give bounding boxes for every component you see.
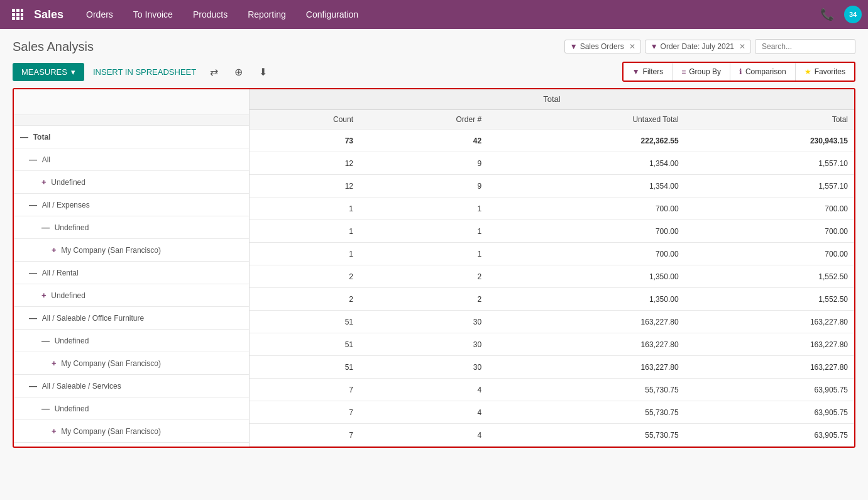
search-input[interactable] [755, 39, 855, 54]
cell-untaxed: 1,354.00 [488, 152, 684, 175]
cell-total: 1,552.50 [685, 265, 854, 288]
cell-untaxed: 700.00 [488, 197, 684, 220]
cell-total: 1,557.10 [685, 152, 854, 175]
col-total: Total [685, 109, 854, 130]
cell-untaxed: 1,350.00 [488, 288, 684, 311]
col-count: Count [250, 109, 360, 130]
row-label: — All / Saleable / Services [14, 374, 249, 397]
table-row: 7455,730.7563,905.75 [250, 379, 854, 401]
table-row: — All / Saleable / Office Furniture [14, 306, 249, 329]
cell-order: 4 [360, 424, 488, 447]
insert-spreadsheet-button[interactable]: INSERT IN SPREADSHEET [91, 63, 199, 81]
groupby-label: Group By [689, 67, 721, 76]
cell-order: 1 [360, 220, 488, 243]
toolbar-right: ▼ Filters ≡ Group By ℹ Comparison ★ Favo… [622, 62, 855, 82]
navbar-right: 📞 34 [815, 5, 862, 24]
row-label: — Undefined [14, 329, 249, 352]
row-label-text: All / Saleable / Office Furniture [42, 314, 145, 323]
expand-plus-icon[interactable]: + [41, 291, 48, 300]
cell-order: 1 [360, 243, 488, 265]
collapse-minus-icon[interactable]: — [29, 200, 40, 209]
groupby-icon: ≡ [681, 67, 686, 76]
comparison-button[interactable]: ℹ Comparison [730, 63, 796, 81]
row-label: — All / Expenses [14, 193, 249, 216]
row-label-text: Total [33, 133, 51, 142]
page-title: Sales Analysis [13, 40, 94, 54]
expand-plus-icon[interactable]: + [52, 426, 58, 436]
collapse-minus-icon[interactable]: — [29, 155, 40, 164]
grid-menu-icon[interactable] [6, 3, 29, 26]
cell-untaxed: 55,730.75 [488, 401, 684, 424]
cell-count: 1 [250, 243, 360, 265]
cell-total: 700.00 [685, 243, 854, 265]
star-icon: ★ [805, 67, 811, 76]
filter-tag-order-date: ▼ Order Date: July 2021 ✕ [645, 40, 751, 53]
row-label-text: Undefined [55, 223, 89, 232]
cell-count: 51 [250, 311, 360, 333]
table-row: — All / Saleable / Services [14, 374, 249, 397]
cell-order: 30 [360, 356, 488, 379]
table-row: — All / Rental [14, 261, 249, 284]
pivot-main-area: — Total— All+ Undefined— All / Expenses—… [13, 88, 855, 448]
collapse-minus-icon[interactable]: — [20, 132, 31, 142]
collapse-minus-icon[interactable]: — [41, 223, 52, 232]
svg-rect-5 [21, 13, 23, 16]
user-avatar[interactable]: 34 [844, 6, 862, 23]
measures-button[interactable]: MEASURES ▾ [13, 63, 84, 81]
cell-order: 42 [360, 130, 488, 152]
expand-plus-icon[interactable]: + [41, 177, 48, 187]
table-row: + My Company (San Francisco) [14, 352, 249, 374]
nav-to-invoice[interactable]: To Invoice [123, 0, 183, 29]
cell-total: 163,227.80 [685, 356, 854, 379]
filters-label: Filters [643, 67, 664, 76]
cell-count: 7 [250, 379, 360, 401]
row-label-text: Undefined [55, 336, 89, 345]
filters-button[interactable]: ▼ Filters [624, 63, 673, 81]
measures-dropdown-icon: ▾ [71, 67, 75, 77]
cell-count: 2 [250, 265, 360, 288]
svg-rect-7 [16, 17, 19, 20]
expand-plus-icon[interactable]: + [52, 358, 58, 368]
cell-order: 30 [360, 311, 488, 333]
col-header-empty [14, 114, 249, 125]
collapse-minus-icon[interactable]: — [41, 336, 52, 345]
remove-order-date-filter[interactable]: ✕ [739, 42, 745, 51]
favorites-button[interactable]: ★ Favorites [796, 63, 854, 81]
remove-sales-orders-filter[interactable]: ✕ [629, 42, 635, 51]
row-label-text: All / Saleable / Services [42, 382, 121, 391]
expand-icon[interactable]: ⊕ [229, 64, 248, 81]
col-untaxed: Untaxed Total [488, 109, 684, 130]
cell-count: 1 [250, 197, 360, 220]
row-label-text: Undefined [51, 291, 85, 300]
cell-untaxed: 163,227.80 [488, 356, 684, 379]
collapse-minus-icon[interactable]: — [41, 404, 52, 413]
table-row: — All [14, 148, 249, 170]
nav-reporting[interactable]: Reporting [238, 0, 296, 29]
row-label-text: All / Expenses [42, 201, 90, 209]
swap-icon[interactable]: ⇄ [205, 64, 223, 81]
groupby-button[interactable]: ≡ Group By [673, 63, 730, 81]
cell-total: 163,227.80 [685, 333, 854, 356]
download-icon[interactable]: ⬇ [254, 64, 272, 81]
toolbar: MEASURES ▾ INSERT IN SPREADSHEET ⇄ ⊕ ⬇ ▼… [13, 62, 855, 82]
collapse-minus-icon[interactable]: — [29, 313, 40, 323]
cell-order: 30 [360, 333, 488, 356]
nav-configuration[interactable]: Configuration [296, 0, 368, 29]
cell-untaxed: 163,227.80 [488, 311, 684, 333]
svg-rect-8 [21, 17, 23, 20]
cell-total: 63,905.75 [685, 379, 854, 401]
svg-rect-1 [16, 9, 19, 12]
table-row: 7342222,362.55230,943.15 [250, 130, 854, 152]
row-label: + My Company (San Francisco) [14, 238, 249, 261]
table-row: 11700.00700.00 [250, 220, 854, 243]
collapse-minus-icon[interactable]: — [29, 381, 40, 391]
nav-products[interactable]: Products [183, 0, 238, 29]
navbar: Sales Orders To Invoice Products Reporti… [0, 0, 868, 29]
row-label: — Total [14, 125, 249, 148]
phone-icon[interactable]: 📞 [815, 5, 839, 24]
collapse-minus-icon[interactable]: — [29, 268, 40, 277]
nav-orders[interactable]: Orders [76, 0, 123, 29]
svg-rect-0 [12, 9, 15, 12]
expand-plus-icon[interactable]: + [52, 245, 58, 255]
cell-untaxed: 222,362.55 [488, 130, 684, 152]
